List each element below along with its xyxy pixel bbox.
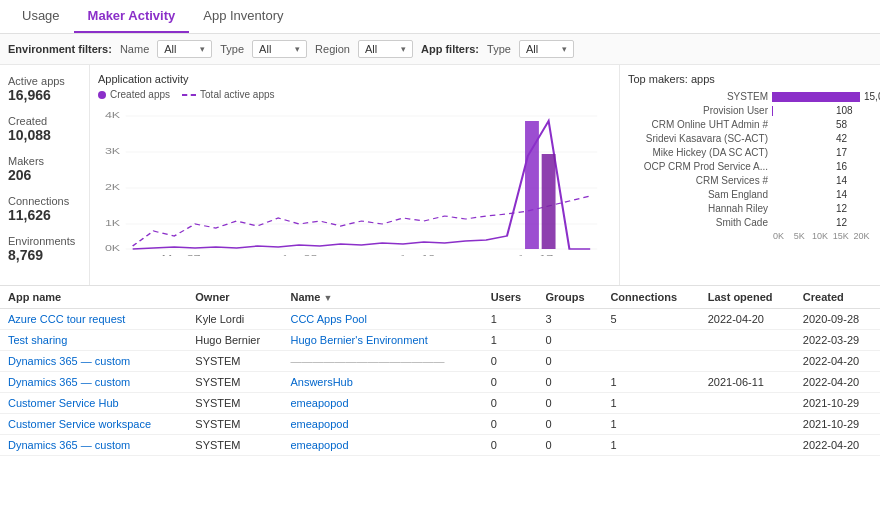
type-filter-select[interactable]: All ▾	[252, 40, 307, 58]
app-name-link[interactable]: Dynamics 365 — custom	[8, 439, 130, 451]
active-apps-stat: Active apps 16,966	[8, 75, 81, 103]
svg-text:3K: 3K	[105, 146, 121, 156]
sort-icon: ▼	[324, 293, 333, 303]
chart-title: Application activity	[98, 73, 611, 85]
col-owner: Owner	[187, 286, 282, 309]
maker-bar-container	[772, 120, 832, 130]
table-row: Dynamics 365 — custom SYSTEM ———————————…	[0, 351, 880, 372]
owner-cell: SYSTEM	[187, 435, 282, 456]
users-cell: 0	[483, 393, 538, 414]
tab-app-inventory[interactable]: App Inventory	[189, 0, 297, 33]
env-name-cell: AnswersHub	[282, 372, 482, 393]
environments-stat: Environments 8,769	[8, 235, 81, 263]
app-name-cell: Dynamics 365 — custom	[0, 435, 187, 456]
connections-cell: 1	[602, 393, 699, 414]
maker-value: 15,096	[864, 91, 880, 102]
app-type-filter-select[interactable]: All ▾	[519, 40, 574, 58]
region-filter-label: Region	[315, 43, 350, 55]
last-opened-cell: 2022-04-20	[700, 309, 795, 330]
app-name-link[interactable]: Customer Service Hub	[8, 397, 119, 409]
col-created: Created	[795, 286, 880, 309]
app-filters-label: App filters:	[421, 43, 479, 55]
env-name-link[interactable]: Hugo Bernier's Environment	[290, 334, 427, 346]
svg-text:0K: 0K	[105, 243, 121, 253]
svg-text:Apr 17: Apr 17	[516, 253, 553, 256]
table-row: Test sharing Hugo Bernier Hugo Bernier's…	[0, 330, 880, 351]
maker-bar-container	[772, 106, 832, 116]
maker-name: Smith Cade	[628, 217, 768, 228]
owner-cell: SYSTEM	[187, 414, 282, 435]
created-cell: 2021-10-29	[795, 414, 880, 435]
environment-filters-label: Environment filters:	[8, 43, 112, 55]
owner-cell: SYSTEM	[187, 351, 282, 372]
table-container[interactable]: App name Owner Name ▼ Users Groups Conne…	[0, 286, 880, 456]
env-name-cell: emeapopod	[282, 414, 482, 435]
maker-value: 16	[836, 161, 872, 172]
tab-maker-activity[interactable]: Maker Activity	[74, 0, 190, 33]
table-body: Azure CCC tour request Kyle Lordi CCC Ap…	[0, 309, 880, 456]
top-makers-panel: Top makers: apps SYSTEM 15,096 Provision…	[620, 65, 880, 285]
groups-cell: 0	[538, 330, 603, 351]
name-filter-select[interactable]: All ▾	[157, 40, 212, 58]
svg-text:Apr 03: Apr 03	[281, 253, 318, 256]
groups-cell: 0	[538, 435, 603, 456]
app-name-link[interactable]: Azure CCC tour request	[8, 313, 125, 325]
env-name-link[interactable]: AnswersHub	[290, 376, 352, 388]
svg-text:1K: 1K	[105, 218, 121, 228]
env-name-link[interactable]: emeapopod	[290, 418, 348, 430]
table-row: Customer Service workspace SYSTEM emeapo…	[0, 414, 880, 435]
maker-name: Mike Hickey (DA SC ACT)	[628, 147, 768, 158]
maker-bar-container	[772, 176, 832, 186]
chevron-down-icon: ▾	[562, 44, 567, 54]
created-cell: 2022-03-29	[795, 330, 880, 351]
maker-name: Sridevi Kasavara (SC-ACT)	[628, 133, 768, 144]
maker-row: CRM Services # 14	[628, 175, 872, 186]
users-cell: 1	[483, 309, 538, 330]
maker-value: 12	[836, 217, 872, 228]
tab-bar: Usage Maker Activity App Inventory	[0, 0, 880, 34]
maker-row: Mike Hickey (DA SC ACT) 17	[628, 147, 872, 158]
chart-and-makers: Application activity Created apps Total …	[90, 65, 880, 285]
env-name-link[interactable]: emeapopod	[290, 439, 348, 451]
maker-row: Smith Cade 12	[628, 217, 872, 228]
chevron-down-icon: ▾	[295, 44, 300, 54]
region-filter-select[interactable]: All ▾	[358, 40, 413, 58]
created-cell: 2022-04-20	[795, 372, 880, 393]
groups-cell: 3	[538, 309, 603, 330]
maker-value: 12	[836, 203, 872, 214]
maker-value: 14	[836, 189, 872, 200]
maker-bar-container	[772, 162, 832, 172]
maker-name: CRM Online UHT Admin #	[628, 119, 768, 130]
env-name-cell: emeapopod	[282, 393, 482, 414]
app-type-filter-label: Type	[487, 43, 511, 55]
app-name-cell: Dynamics 365 — custom	[0, 372, 187, 393]
env-name-link[interactable]: emeapopod	[290, 397, 348, 409]
maker-row: Sam England 14	[628, 189, 872, 200]
app-name-link[interactable]: Dynamics 365 — custom	[8, 376, 130, 388]
maker-row: Sridevi Kasavara (SC-ACT) 42	[628, 133, 872, 144]
table-row: Customer Service Hub SYSTEM emeapopod 0 …	[0, 393, 880, 414]
env-name-link[interactable]: CCC Apps Pool	[290, 313, 366, 325]
maker-bar-container	[772, 92, 860, 102]
maker-row: SYSTEM 15,096	[628, 91, 872, 102]
last-opened-cell	[700, 351, 795, 372]
maker-bar	[772, 106, 773, 116]
maker-row: OCP CRM Prod Service A... 16	[628, 161, 872, 172]
maker-name: SYSTEM	[628, 91, 768, 102]
users-cell: 0	[483, 414, 538, 435]
maker-bar-container	[772, 134, 832, 144]
chart-area: Application activity Created apps Total …	[90, 65, 620, 285]
app-name-link[interactable]: Test sharing	[8, 334, 67, 346]
app-name-link[interactable]: Dynamics 365 — custom	[8, 355, 130, 367]
col-name[interactable]: Name ▼	[282, 286, 482, 309]
connections-cell	[602, 351, 699, 372]
tab-usage[interactable]: Usage	[8, 0, 74, 33]
owner-cell: SYSTEM	[187, 372, 282, 393]
maker-value: 108	[836, 105, 872, 116]
users-cell: 1	[483, 330, 538, 351]
created-stat: Created 10,088	[8, 115, 81, 143]
users-cell: 0	[483, 351, 538, 372]
maker-row: Provision User 108	[628, 105, 872, 116]
app-name-link[interactable]: Customer Service workspace	[8, 418, 151, 430]
app-name-cell: Dynamics 365 — custom	[0, 351, 187, 372]
